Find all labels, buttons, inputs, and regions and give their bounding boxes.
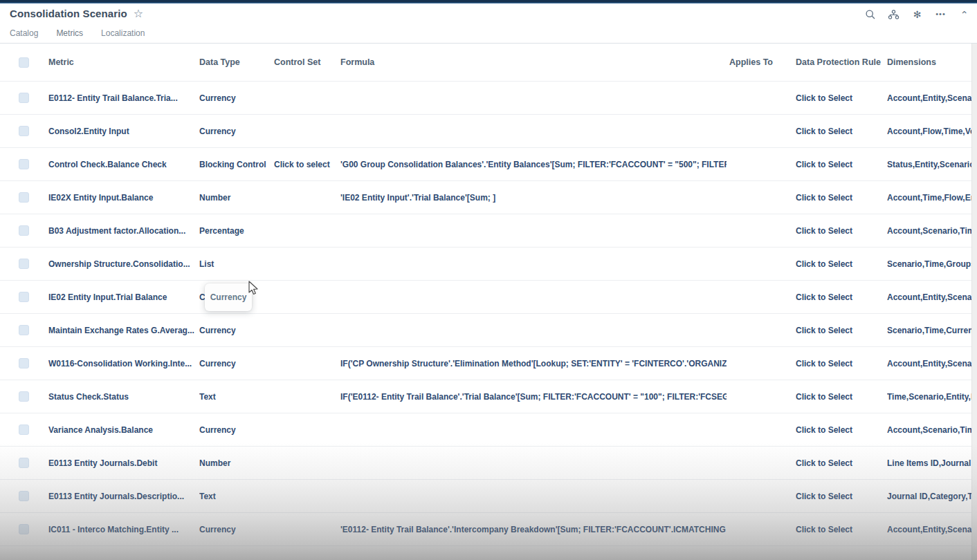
dimensions-cell[interactable]: Account,Entity,Scenario, bbox=[887, 292, 977, 302]
tab-catalog[interactable]: Catalog bbox=[10, 28, 38, 43]
metric-cell[interactable]: IE02 Entity Input.Trial Balance bbox=[48, 292, 199, 302]
column-header-control-set[interactable]: Control Set bbox=[274, 57, 340, 67]
settings-icon[interactable]: ✻ bbox=[911, 8, 923, 20]
formula-cell[interactable]: IF('E0112- Entity Trail Balance'.'Trial … bbox=[340, 392, 727, 402]
data-type-cell[interactable]: Currency bbox=[199, 359, 274, 368]
table-row[interactable]: E0112- Entity Trail Balance.Tria... Curr… bbox=[0, 82, 977, 115]
more-options-icon[interactable]: ••• bbox=[935, 8, 947, 20]
data-protection-rule-cell[interactable]: Click to Select bbox=[796, 326, 887, 335]
metric-cell[interactable]: IE02X Entity Input.Balance bbox=[48, 193, 199, 203]
data-protection-rule-cell[interactable]: Click to Select bbox=[796, 425, 887, 435]
data-protection-rule-cell[interactable]: Click to Select bbox=[796, 292, 887, 302]
row-checkbox[interactable] bbox=[19, 126, 29, 136]
table-row[interactable]: Consol2.Entity Input Currency Click to S… bbox=[0, 115, 977, 148]
table-row[interactable]: IC011 - Interco Matching.Entity ... Curr… bbox=[0, 513, 977, 546]
data-protection-rule-cell[interactable]: Click to Select bbox=[796, 127, 887, 136]
data-type-cell[interactable]: Currency bbox=[199, 93, 274, 103]
table-row[interactable]: W0116-Consolidation Working.Inte... Curr… bbox=[0, 347, 977, 380]
metric-cell[interactable]: Maintain Exchange Rates G.Averag... bbox=[48, 326, 199, 335]
hierarchy-icon[interactable] bbox=[888, 8, 900, 20]
dimensions-cell[interactable]: Status,Entity,Scenario,Ti bbox=[887, 160, 977, 169]
column-header-dimensions[interactable]: Dimensions bbox=[887, 57, 977, 67]
data-protection-rule-cell[interactable]: Click to Select bbox=[796, 160, 887, 169]
metric-cell[interactable]: E0113 Entity Journals.Descriptio... bbox=[48, 492, 199, 501]
row-checkbox[interactable] bbox=[19, 424, 29, 435]
data-type-cell[interactable]: Number bbox=[199, 458, 274, 468]
column-header-data-type[interactable]: Data Type bbox=[199, 57, 274, 67]
metric-cell[interactable]: Ownership Structure.Consolidatio... bbox=[48, 259, 199, 269]
dimensions-cell[interactable]: Account,Entity,Scenario, bbox=[887, 359, 977, 368]
table-row[interactable]: Ownership Structure.Consolidatio... List… bbox=[0, 248, 977, 281]
row-checkbox[interactable] bbox=[19, 458, 29, 468]
dimensions-cell[interactable]: Account,Entity,Scenario,T bbox=[887, 93, 977, 103]
table-row[interactable]: B03 Adjustment factor.Allocation... Perc… bbox=[0, 214, 977, 248]
metric-cell[interactable]: Status Check.Status bbox=[48, 392, 199, 402]
table-row[interactable]: Status Check.Status Text IF('E0112- Enti… bbox=[0, 380, 977, 413]
row-checkbox[interactable] bbox=[19, 159, 29, 169]
table-row[interactable]: IE02 Entity Input.Trial Balance Currency… bbox=[0, 281, 977, 314]
data-type-cell[interactable]: List bbox=[199, 259, 274, 269]
data-protection-rule-cell[interactable]: Click to Select bbox=[796, 525, 887, 534]
data-protection-rule-cell[interactable]: Click to Select bbox=[796, 259, 887, 269]
row-checkbox[interactable] bbox=[19, 491, 29, 501]
row-checkbox[interactable] bbox=[19, 325, 29, 335]
metric-cell[interactable]: IC011 - Interco Matching.Entity ... bbox=[48, 525, 199, 534]
metric-cell[interactable]: Variance Analysis.Balance bbox=[48, 425, 199, 435]
formula-cell[interactable]: 'E0112- Entity Trail Balance'.'Intercomp… bbox=[340, 525, 727, 534]
dimensions-cell[interactable]: Time,Scenario,Entity,Line bbox=[887, 392, 977, 402]
dimensions-cell[interactable]: Account,Time,Flow,Entit bbox=[887, 193, 977, 203]
formula-cell[interactable]: IF('CP Ownership Structure'.'Elimination… bbox=[340, 359, 727, 368]
data-type-cell[interactable]: Number bbox=[199, 193, 274, 203]
data-protection-rule-cell[interactable]: Click to Select bbox=[796, 392, 887, 402]
metric-cell[interactable]: Consol2.Entity Input bbox=[48, 127, 199, 136]
row-checkbox[interactable] bbox=[19, 192, 29, 203]
data-type-cell[interactable]: Currency bbox=[199, 525, 274, 534]
data-protection-rule-cell[interactable]: Click to Select bbox=[796, 492, 887, 501]
dimensions-cell[interactable]: Account,Scenario,Time bbox=[887, 226, 977, 236]
column-header-metric[interactable]: Metric bbox=[48, 57, 199, 67]
metric-cell[interactable]: B03 Adjustment factor.Allocation... bbox=[48, 226, 199, 236]
data-type-cell[interactable]: Text bbox=[199, 492, 274, 501]
control-set-cell[interactable]: Click to select bbox=[274, 160, 340, 169]
table-row[interactable]: IE02X Entity Input.Balance Number 'IE02 … bbox=[0, 181, 977, 214]
column-header-applies-to[interactable]: Applies To bbox=[727, 57, 796, 67]
column-header-data-protection-rule[interactable]: Data Protection Rule bbox=[796, 57, 887, 67]
dimensions-cell[interactable]: Journal ID,Category,Time bbox=[887, 492, 977, 501]
row-checkbox[interactable] bbox=[19, 391, 29, 402]
row-checkbox[interactable] bbox=[19, 225, 29, 236]
dimensions-cell[interactable]: Account,Scenario,Time,E bbox=[887, 425, 977, 435]
data-type-cell[interactable]: Blocking Control bbox=[199, 160, 274, 169]
table-row[interactable]: E0113 Entity Journals.Debit Number Click… bbox=[0, 447, 977, 480]
metric-cell[interactable]: E0113 Entity Journals.Debit bbox=[48, 458, 199, 468]
row-checkbox[interactable] bbox=[19, 93, 29, 103]
select-all-checkbox[interactable] bbox=[19, 57, 29, 68]
formula-cell[interactable]: 'G00 Group Consolidation Balances'.'Enti… bbox=[340, 160, 727, 169]
favorite-star-icon[interactable]: ☆ bbox=[134, 8, 143, 19]
dimensions-cell[interactable]: Scenario,Time,Currency I bbox=[887, 326, 977, 335]
search-icon[interactable] bbox=[864, 8, 876, 20]
data-protection-rule-cell[interactable]: Click to Select bbox=[796, 359, 887, 368]
metric-cell[interactable]: E0112- Entity Trail Balance.Tria... bbox=[48, 93, 199, 103]
row-checkbox[interactable] bbox=[19, 524, 29, 534]
row-checkbox[interactable] bbox=[19, 358, 29, 368]
data-type-cell[interactable]: Text bbox=[199, 392, 274, 402]
data-type-cell[interactable]: Currency bbox=[199, 326, 274, 335]
data-type-cell[interactable]: Currency bbox=[199, 425, 274, 435]
tab-metrics[interactable]: Metrics bbox=[56, 28, 83, 43]
dimensions-cell[interactable]: Account,Flow,Time,Versi bbox=[887, 127, 977, 136]
formula-cell[interactable]: 'IE02 Entity Input'.'Trial Balance'[Sum;… bbox=[340, 193, 727, 203]
row-checkbox[interactable] bbox=[19, 259, 29, 269]
tab-localization[interactable]: Localization bbox=[101, 28, 145, 43]
metric-cell[interactable]: Control Check.Balance Check bbox=[48, 160, 199, 169]
data-protection-rule-cell[interactable]: Click to Select bbox=[796, 458, 887, 468]
collapse-chevron-icon[interactable]: ⌃ bbox=[958, 8, 970, 20]
table-row[interactable]: Control Check.Balance Check Blocking Con… bbox=[0, 148, 977, 181]
column-header-formula[interactable]: Formula bbox=[340, 57, 727, 67]
table-row[interactable]: Variance Analysis.Balance Currency Click… bbox=[0, 413, 977, 447]
data-protection-rule-cell[interactable]: Click to Select bbox=[796, 93, 887, 103]
dimensions-cell[interactable]: Account,Entity,Scenario, bbox=[887, 525, 977, 534]
data-protection-rule-cell[interactable]: Click to Select bbox=[796, 226, 887, 236]
data-type-cell[interactable]: Percentage bbox=[199, 226, 274, 236]
vertical-scrollbar[interactable] bbox=[971, 44, 977, 560]
data-type-cell[interactable]: Currency bbox=[199, 127, 274, 136]
